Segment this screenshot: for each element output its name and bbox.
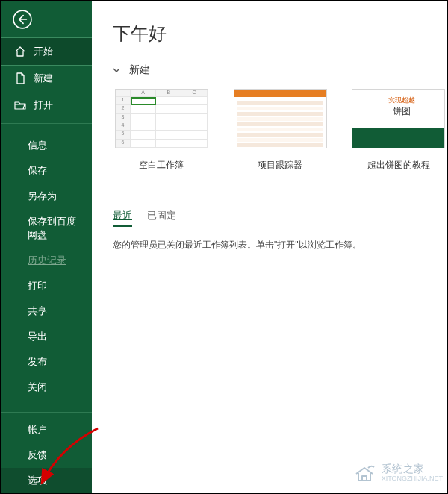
template-label: 项目跟踪器 xyxy=(231,159,329,172)
nav-feedback[interactable]: 反馈 xyxy=(1,443,92,468)
template-thumb: 实现超越 饼图 xyxy=(352,89,445,148)
nav-options[interactable]: 选项 xyxy=(1,468,92,493)
nav-primary: 开始 新建 打开 xyxy=(1,38,92,119)
nav-info[interactable]: 信息 xyxy=(1,133,92,158)
home-icon xyxy=(14,46,26,57)
template-thumb: ABC 1 2 3 4 5 6 xyxy=(115,89,208,148)
recent-disabled-message: 您的管理员已关闭最近工作簿列表。单击"打开"以浏览工作簿。 xyxy=(113,239,447,251)
template-gallery: ABC 1 2 3 4 5 6 空白工作簿 xyxy=(113,89,447,172)
nav-home[interactable]: 开始 xyxy=(0,37,93,66)
nav-bottom: 帐户 反馈 选项 xyxy=(1,407,92,493)
nav-history: 历史记录 xyxy=(1,248,92,273)
nav-secondary: 信息 保存 另存为 保存到百度网盘 历史记录 打印 共享 导出 发布 关闭 xyxy=(1,133,92,400)
template-thumb xyxy=(234,89,327,148)
new-doc-icon xyxy=(14,72,26,84)
template-project-tracker[interactable]: 项目跟踪器 xyxy=(231,89,329,172)
nav-account[interactable]: 帐户 xyxy=(1,417,92,443)
nav-export[interactable]: 导出 xyxy=(1,324,92,349)
nav-print[interactable]: 打印 xyxy=(1,273,92,298)
template-label: 超出饼图的教程 xyxy=(349,159,447,172)
sidebar-divider xyxy=(1,412,92,413)
back-arrow-icon xyxy=(13,10,32,29)
watermark: 系统之家 XITONGZHIJIA.NET xyxy=(352,460,443,486)
greeting-title: 下午好 xyxy=(113,22,447,46)
nav-new[interactable]: 新建 xyxy=(1,65,92,92)
sidebar-divider xyxy=(1,123,92,124)
nav-save-as[interactable]: 另存为 xyxy=(1,184,92,209)
nav-close[interactable]: 关闭 xyxy=(1,375,92,400)
chevron-down-icon xyxy=(113,66,122,75)
main-panel: 下午好 新建 ABC 1 2 3 4 5 6 空白工作簿 xyxy=(92,1,447,493)
backstage-sidebar: 开始 新建 打开 信息 保存 另存为 保存到百度网盘 历史记录 打印 xyxy=(1,1,92,493)
nav-save[interactable]: 保存 xyxy=(1,158,92,184)
nav-publish[interactable]: 发布 xyxy=(1,349,92,375)
nav-save-baidu[interactable]: 保存到百度网盘 xyxy=(1,209,92,248)
tab-recent[interactable]: 最近 xyxy=(113,209,132,227)
folder-open-icon xyxy=(14,99,26,111)
nav-label: 打开 xyxy=(34,99,53,112)
watermark-logo-icon xyxy=(352,460,377,486)
template-pie-tutorial[interactable]: 实现超越 饼图 超出饼图的教程 xyxy=(349,89,447,172)
recent-tabs: 最近 已固定 xyxy=(113,209,447,227)
watermark-title: 系统之家 xyxy=(382,463,443,475)
nav-label: 开始 xyxy=(34,45,53,58)
back-button[interactable] xyxy=(8,5,37,34)
tab-pinned[interactable]: 已固定 xyxy=(147,209,176,227)
template-blank-workbook[interactable]: ABC 1 2 3 4 5 6 空白工作簿 xyxy=(113,89,211,172)
nav-open[interactable]: 打开 xyxy=(1,92,92,119)
new-section-header[interactable]: 新建 xyxy=(113,63,447,77)
nav-share[interactable]: 共享 xyxy=(1,298,92,324)
watermark-url: XITONGZHIJIA.NET xyxy=(382,475,443,483)
section-label: 新建 xyxy=(129,63,150,77)
nav-label: 新建 xyxy=(34,72,53,85)
template-label: 空白工作簿 xyxy=(113,159,211,172)
